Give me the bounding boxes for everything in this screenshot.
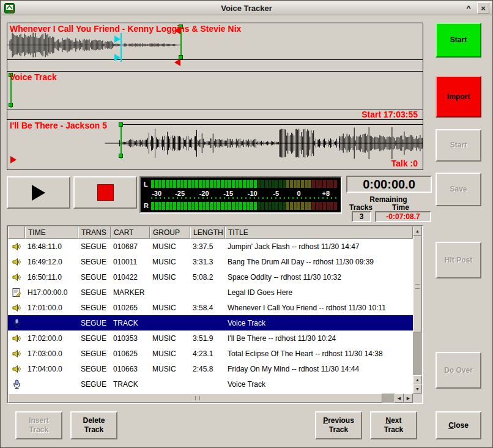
meter-segment (195, 180, 198, 188)
talk-marker-handle-bottom[interactable] (114, 54, 120, 61)
save-button[interactable]: Save (436, 173, 481, 206)
meter-segment (301, 202, 304, 210)
meter-segment (297, 202, 300, 210)
row-icon-cell (8, 330, 25, 346)
meter-segment (250, 202, 253, 210)
trans-cell: SEGUE (78, 315, 111, 330)
import-button[interactable]: Import (436, 76, 481, 118)
next-track-label-1: Next (385, 416, 401, 425)
hit-post-button[interactable]: Hit Post (436, 242, 481, 278)
horizontal-scrollbar[interactable]: ◀ ▶ (8, 394, 413, 403)
log-list: TIMETRANSCARTGROUPLENGTHTITLE 16:48:11.0… (7, 225, 423, 404)
meter-segment (312, 180, 315, 188)
meter-segment (327, 180, 330, 188)
group-cell: MUSIC (150, 269, 190, 285)
meter-segment (327, 202, 330, 210)
track-title-before: Whenever I Call You Friend - Kenny Loggi… (10, 24, 241, 34)
close-button[interactable]: Close (436, 411, 481, 439)
marker-handle-square-bottom[interactable] (119, 154, 123, 158)
group-cell: MUSIC (150, 254, 190, 269)
talk-marker-line[interactable] (120, 33, 122, 62)
meter-segment (294, 202, 297, 210)
log-row[interactable]: 16:50:11.0SEGUE010422MUSIC5:08.2Space Od… (8, 269, 413, 285)
meter-scale-label: -5 (273, 190, 279, 197)
scroll-right-button[interactable]: ▶ (404, 394, 413, 403)
start-track1-button[interactable]: Start (436, 23, 481, 58)
log-row[interactable]: SEGUETRACKVoice Track (8, 315, 413, 330)
meter-segment (334, 180, 337, 188)
meter-scale: -30-25-20-15-10-50+8 (151, 190, 337, 200)
meter-segment (243, 180, 246, 188)
log-header: TIMETRANSCARTGROUPLENGTHTITLE (8, 226, 413, 239)
play-button[interactable] (7, 176, 70, 209)
column-header-title: TITLE (225, 226, 413, 239)
scroll-down-button[interactable]: ▼ (413, 384, 422, 394)
stop-button[interactable] (73, 176, 137, 209)
track-title-voicetrack: Voice Track (10, 72, 57, 82)
time-cell: 17:04:00.0 (25, 361, 78, 376)
meter-segment (210, 180, 213, 188)
do-over-button[interactable]: Do Over (436, 352, 481, 389)
fade-marker-handle-bottom[interactable] (174, 59, 180, 66)
meter-segment (290, 202, 293, 210)
meter-segment (283, 202, 286, 210)
log-row[interactable]: 17:04:00.0SEGUE010663MUSIC2:45.8Friday O… (8, 361, 413, 376)
previous-track-button[interactable]: Previous Track (315, 411, 362, 439)
length-cell: 2:45.8 (190, 361, 225, 376)
meter-segment (151, 180, 154, 188)
time-cell: 17:02:00.0 (25, 330, 78, 346)
log-row[interactable]: SEGUETRACKVoice Track (8, 376, 413, 392)
time-cell: 17:03:00.0 (25, 346, 78, 361)
next-track-button[interactable]: Next Track (370, 411, 417, 439)
meter-segment (158, 180, 161, 188)
waveform-panel-voicetrack: Voice Track Start 17:03:55 (7, 72, 423, 120)
insert-track-button[interactable]: Insert Track (15, 411, 62, 439)
log-row[interactable]: 16:48:11.0SEGUE010687MUSIC3:37.5Jumpin' … (8, 239, 413, 254)
shade-window-button[interactable]: ^ (462, 2, 475, 14)
length-cell: 3:31.3 (190, 254, 225, 269)
scroll-left-button[interactable]: ◀ (395, 394, 404, 403)
meter-segment (235, 202, 239, 210)
meter-segment (283, 180, 286, 188)
marker-handle-square-bottom[interactable] (9, 103, 13, 107)
log-row[interactable]: 17:02:00.0SEGUE010353MUSIC3:51.9I'll Be … (8, 330, 413, 346)
talk-marker-handle-top[interactable] (114, 35, 120, 43)
track-title-after: I'll Be There - Jackson 5 (10, 121, 107, 130)
meter-segment (195, 202, 198, 210)
group-cell: MUSIC (150, 346, 190, 361)
previous-track-label-2: Track (329, 425, 348, 435)
vertical-scrollbar-thumb[interactable] (413, 236, 422, 332)
meter-segment (162, 202, 165, 210)
horizontal-scrollbar-thumb[interactable] (8, 394, 382, 403)
meter-segment (184, 180, 187, 188)
meter-segment (275, 202, 278, 210)
group-cell: MUSIC (150, 300, 190, 315)
log-row[interactable]: 17:01:00.0SEGUE010265MUSIC3:58.4Whenever… (8, 300, 413, 315)
close-window-icon[interactable]: × (477, 2, 489, 14)
meter-segment (151, 202, 154, 210)
segue-marker-handle[interactable] (10, 156, 17, 163)
log-row[interactable]: H17:00:00.0SEGUEMARKERLegal ID Goes Here (8, 285, 413, 300)
title-cell: Space Oddity -- rdhost 11/30 10:32 (225, 269, 413, 285)
meter-scale-label: -10 (248, 190, 258, 197)
delete-track-button[interactable]: Delete Track (70, 411, 117, 439)
marker-handle-square-top[interactable] (119, 122, 123, 127)
meter-segment (330, 202, 333, 210)
scroll-up-button-2[interactable]: ▲ (413, 375, 422, 384)
vertical-scrollbar[interactable]: ▲ ▲ ▼ (413, 226, 422, 394)
meter-segment (294, 180, 297, 188)
length-cell (190, 376, 225, 392)
row-icon-cell (8, 315, 25, 330)
meter-segment (224, 202, 228, 210)
scroll-up-button[interactable]: ▲ (413, 226, 422, 236)
meter-segment (290, 180, 293, 188)
meter-scale-label: -25 (175, 190, 185, 197)
row-icon-cell (8, 361, 25, 376)
meter-segment (247, 180, 250, 188)
start-track2-button[interactable]: Start (436, 129, 481, 162)
cart-cell: 010011 (111, 254, 150, 269)
log-row[interactable]: 16:49:12.0SEGUE010011MUSIC3:31.3Bang The… (8, 254, 413, 269)
meter-segment (173, 202, 176, 210)
log-row[interactable]: 17:03:00.0SEGUE010625MUSIC4:23.1Total Ec… (8, 346, 413, 361)
column-header-cart: CART (111, 226, 150, 239)
